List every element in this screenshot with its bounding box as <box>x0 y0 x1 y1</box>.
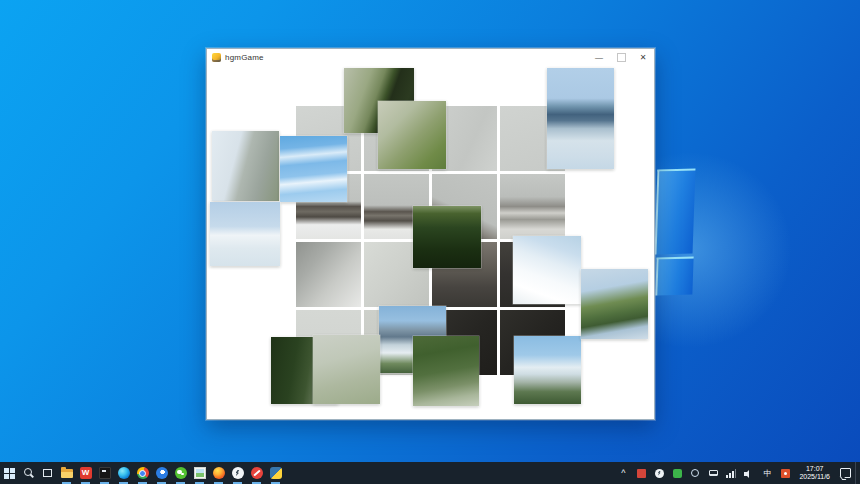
network-icon[interactable] <box>722 462 740 484</box>
maximize-button[interactable] <box>610 49 632 66</box>
firefox-browser[interactable] <box>209 462 228 484</box>
tray-green-app-icon[interactable] <box>668 462 686 484</box>
wechat-icon <box>175 467 187 479</box>
winlogo-icon <box>4 468 15 479</box>
gallery-icon <box>194 467 206 479</box>
tile-white-clouds[interactable] <box>513 236 581 304</box>
tray-red-app-icon[interactable] <box>632 462 650 484</box>
search-button[interactable] <box>19 462 38 484</box>
puzzle-area <box>207 66 654 419</box>
tile-fog-slope[interactable] <box>212 131 279 201</box>
window-titlebar[interactable]: hgmGame — ✕ <box>207 49 654 67</box>
action-center-button[interactable] <box>835 462 855 484</box>
red-circle-app[interactable] <box>247 462 266 484</box>
tile-pale-sky[interactable] <box>210 202 280 266</box>
tray-ring-app-icon[interactable] <box>686 462 704 484</box>
tray-red-app-icon <box>637 469 646 478</box>
tray-green-app-icon <box>673 469 682 478</box>
tray-orange-app-icon[interactable] <box>776 462 794 484</box>
firefox-icon <box>213 467 225 479</box>
python-app[interactable] <box>266 462 285 484</box>
show-desktop-button[interactable] <box>855 462 860 484</box>
taskbar-apps: W <box>57 462 285 484</box>
windows-logo-pane-top <box>655 169 696 255</box>
tray-expand-chevron[interactable]: ^ <box>614 462 632 484</box>
taskbar-tray: ^中 <box>614 462 794 484</box>
tile-dark-green-center[interactable] <box>413 206 481 268</box>
tile-green-peak-right[interactable] <box>581 269 648 339</box>
clock-date: 2025/11/6 <box>799 473 830 481</box>
folder-icon <box>61 469 73 478</box>
window-title: hgmGame <box>225 53 264 62</box>
ime-icon[interactable]: 中 <box>758 462 776 484</box>
tile-sky-snowpeaks[interactable] <box>514 336 581 404</box>
taskview-icon <box>43 469 52 477</box>
clock-time: 17:07 <box>806 465 824 473</box>
redapp-icon <box>251 467 263 479</box>
notification-icon <box>840 468 851 478</box>
wechat-app[interactable] <box>171 462 190 484</box>
bolt-icon <box>232 467 244 479</box>
tile-blue-sky-clouds[interactable] <box>280 136 347 202</box>
tray-device-icon <box>709 470 718 476</box>
network-icon <box>726 469 736 478</box>
grid-cell-r2c0[interactable] <box>296 242 361 307</box>
close-button[interactable]: ✕ <box>632 49 654 66</box>
ime-icon: 中 <box>762 468 772 478</box>
minimize-button[interactable]: — <box>588 49 610 66</box>
photos-app[interactable] <box>190 462 209 484</box>
game-app-icon <box>212 53 221 62</box>
game-window: hgmGame — ✕ <box>206 48 655 420</box>
grid-cell-r1c3[interactable] <box>500 174 565 239</box>
terminal-icon <box>99 467 111 479</box>
terminal-app[interactable] <box>95 462 114 484</box>
tray-lightning-icon[interactable] <box>650 462 668 484</box>
taskbar: W ^中 17:07 2025/11/6 <box>0 462 860 484</box>
windows-logo-pane-bottom <box>655 257 693 296</box>
clock[interactable]: 17:07 2025/11/6 <box>794 462 835 484</box>
tile-sage-fog[interactable] <box>313 335 380 404</box>
python-icon <box>270 467 282 479</box>
lightning-app[interactable] <box>228 462 247 484</box>
wps-office[interactable]: W <box>76 462 95 484</box>
edge-icon <box>118 467 130 479</box>
tray-expand-chevron: ^ <box>618 468 628 478</box>
search-icon <box>24 468 32 476</box>
chrome-browser[interactable] <box>133 462 152 484</box>
chrome-icon <box>137 467 149 479</box>
bluecircle-icon <box>156 467 168 479</box>
tray-orange-app-icon <box>781 469 790 478</box>
edge-browser[interactable] <box>114 462 133 484</box>
tile-green-grass[interactable] <box>378 101 446 169</box>
tile-foliage-bottom[interactable] <box>413 336 479 406</box>
blue-circle-browser[interactable] <box>152 462 171 484</box>
tile-sky-mountain-tall[interactable] <box>547 68 614 169</box>
volume-icon[interactable] <box>740 462 758 484</box>
start-button[interactable] <box>0 462 19 484</box>
volume-icon <box>744 469 754 478</box>
file-explorer[interactable] <box>57 462 76 484</box>
taskbar-system-buttons <box>0 462 57 484</box>
tray-ring-app-icon <box>691 469 699 477</box>
tray-lightning-icon <box>655 469 664 478</box>
wps-icon: W <box>80 467 92 479</box>
taskview-button[interactable] <box>38 462 57 484</box>
tray-device-icon[interactable] <box>704 462 722 484</box>
